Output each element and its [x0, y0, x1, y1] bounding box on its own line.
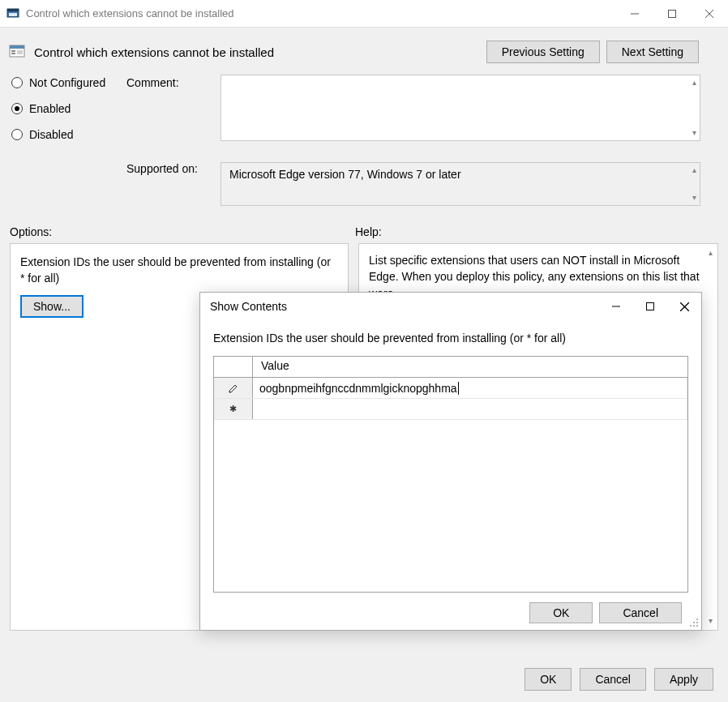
titlebar: Control which extensions cannot be insta…: [0, 0, 728, 28]
edit-row-icon: [214, 378, 253, 398]
svg-point-20: [690, 625, 692, 627]
comment-textarea[interactable]: ▴ ▾: [221, 75, 700, 141]
panels-header: Options: Help:: [0, 206, 728, 243]
dialog-controls: [599, 293, 701, 320]
svg-rect-11: [17, 50, 23, 54]
scroll-up-icon[interactable]: ▴: [692, 166, 696, 174]
grid-header: Value: [214, 357, 687, 378]
footer-buttons: OK Cancel Apply: [525, 668, 713, 691]
radio-icon: [11, 129, 23, 140]
ok-button[interactable]: OK: [525, 668, 572, 691]
help-heading: Help:: [355, 225, 382, 238]
previous-setting-button[interactable]: Previous Setting: [486, 41, 600, 63]
value-header: Value: [253, 357, 687, 377]
svg-rect-1: [7, 9, 19, 11]
value-cell[interactable]: oogbnpmeihfgnccdnmmlgicknopghhma: [253, 378, 687, 398]
svg-rect-10: [11, 53, 15, 54]
svg-point-19: [696, 622, 698, 623]
dialog-title: Show Contents: [210, 300, 599, 313]
radio-label: Disabled: [29, 128, 73, 141]
scroll-up-icon[interactable]: ▴: [692, 79, 696, 87]
new-row-icon: ✱: [214, 399, 253, 419]
text-caret: [458, 382, 459, 395]
cancel-button[interactable]: Cancel: [580, 668, 646, 691]
supported-label: Supported on:: [126, 162, 221, 175]
dialog-ok-button[interactable]: OK: [529, 602, 593, 623]
radio-enabled[interactable]: Enabled: [11, 102, 126, 115]
scroll-down-icon[interactable]: ▾: [692, 129, 696, 137]
scroll-down-icon[interactable]: ▾: [692, 194, 696, 202]
grid-row[interactable]: oogbnpmeihfgnccdnmmlgicknopghhma: [214, 378, 687, 399]
dialog-label: Extension IDs the user should be prevent…: [213, 332, 688, 345]
resize-grip[interactable]: [688, 617, 700, 628]
subheader: Control which extensions cannot be insta…: [0, 28, 728, 70]
close-button[interactable]: [691, 0, 728, 27]
svg-rect-9: [11, 50, 15, 52]
radio-label: Enabled: [29, 102, 71, 115]
nav-buttons: Previous Setting Next Setting: [486, 41, 699, 63]
svg-rect-8: [10, 45, 24, 49]
comment-field-col: ▴ ▾: [221, 75, 718, 141]
indicator-header: [214, 357, 253, 377]
scroll-up-icon[interactable]: ▴: [709, 249, 713, 257]
radio-icon: [11, 77, 23, 88]
window-title: Control which extensions cannot be insta…: [26, 7, 616, 19]
policy-app-icon: [6, 7, 19, 20]
comment-label: Comment:: [126, 75, 221, 89]
dialog-maximize-button[interactable]: [633, 293, 667, 320]
dialog-buttons: OK Cancel: [213, 593, 688, 630]
svg-point-18: [693, 622, 695, 623]
dialog-body: Extension IDs the user should be prevent…: [200, 320, 701, 630]
show-contents-dialog: Show Contents Extension IDs the user sho…: [199, 292, 702, 631]
dialog-titlebar: Show Contents: [200, 293, 701, 320]
window-controls: [616, 0, 728, 27]
value-text: oogbnpmeihfgnccdnmmlgicknopghhma: [259, 382, 457, 395]
svg-point-22: [696, 625, 698, 627]
dialog-close-button[interactable]: [667, 293, 701, 320]
radio-not-configured[interactable]: Not Configured: [11, 76, 126, 89]
grid-filler: [214, 420, 687, 592]
scroll-down-icon[interactable]: ▾: [709, 617, 713, 625]
apply-button[interactable]: Apply: [654, 668, 713, 691]
show-button[interactable]: Show...: [20, 295, 84, 318]
svg-rect-13: [647, 303, 654, 310]
supported-box: Microsoft Edge version 77, Windows 7 or …: [221, 162, 700, 206]
state-row: Not Configured Enabled Disabled Comment:…: [0, 70, 728, 154]
svg-point-16: [229, 391, 230, 392]
value-grid[interactable]: Value oogbnpmeihfgnccdnmmlgicknopghhma ✱: [213, 356, 688, 593]
minimize-button[interactable]: [616, 0, 653, 27]
state-radios: Not Configured Enabled Disabled: [11, 75, 126, 154]
radio-icon: [11, 103, 23, 114]
value-cell[interactable]: [253, 399, 687, 419]
radio-label: Not Configured: [29, 76, 105, 89]
svg-rect-4: [669, 10, 676, 17]
next-setting-button[interactable]: Next Setting: [606, 41, 699, 63]
options-heading: Options:: [10, 225, 355, 238]
policy-icon: [8, 43, 26, 61]
option-item-label: Extension IDs the user should be prevent…: [20, 254, 338, 287]
svg-rect-2: [9, 13, 17, 16]
supported-row: Supported on: Microsoft Edge version 77,…: [0, 154, 728, 206]
grid-row[interactable]: ✱: [214, 399, 687, 420]
radio-disabled[interactable]: Disabled: [11, 128, 126, 141]
dialog-cancel-button[interactable]: Cancel: [599, 602, 682, 623]
dialog-minimize-button[interactable]: [599, 293, 633, 320]
supported-value: Microsoft Edge version 77, Windows 7 or …: [229, 168, 461, 181]
svg-point-21: [693, 625, 695, 627]
policy-title: Control which extensions cannot be insta…: [34, 45, 486, 59]
maximize-button[interactable]: [653, 0, 691, 27]
svg-point-17: [696, 619, 698, 620]
